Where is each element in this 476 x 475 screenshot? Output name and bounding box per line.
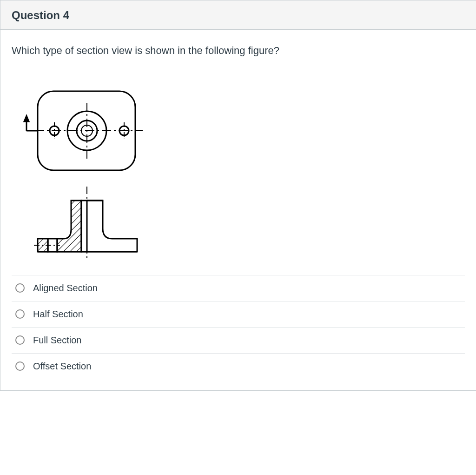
question-body: Which type of section view is shown in t… xyxy=(0,30,476,390)
radio-icon xyxy=(15,335,25,345)
svg-marker-1 xyxy=(24,116,29,121)
option-label: Aligned Section xyxy=(33,283,98,294)
question-card: Question 4 Which type of section view is… xyxy=(0,0,476,391)
option-label: Offset Section xyxy=(33,361,91,372)
radio-icon xyxy=(15,283,25,293)
option-aligned-section[interactable]: Aligned Section xyxy=(12,275,465,301)
option-half-section[interactable]: Half Section xyxy=(12,301,465,327)
question-header: Question 4 xyxy=(0,0,476,30)
radio-icon xyxy=(15,309,25,319)
question-figure xyxy=(21,75,465,261)
question-prompt: Which type of section view is shown in t… xyxy=(12,44,465,58)
option-offset-section[interactable]: Offset Section xyxy=(12,353,465,379)
answer-options: Aligned Section Half Section Full Sectio… xyxy=(12,275,465,379)
figure-section-view xyxy=(21,182,151,261)
question-title: Question 4 xyxy=(12,9,465,22)
radio-icon xyxy=(15,361,25,371)
figure-top-view xyxy=(21,75,151,182)
option-label: Half Section xyxy=(33,309,83,320)
option-full-section[interactable]: Full Section xyxy=(12,327,465,353)
option-label: Full Section xyxy=(33,335,82,346)
